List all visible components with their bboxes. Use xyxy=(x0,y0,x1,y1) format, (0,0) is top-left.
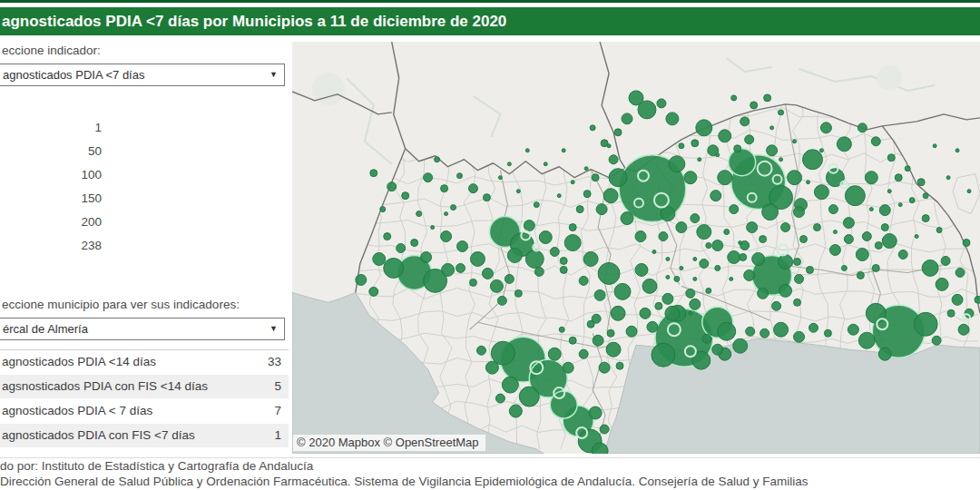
map-bubble[interactable] xyxy=(525,250,544,268)
map-bubble[interactable] xyxy=(482,268,493,279)
map-bubble[interactable] xyxy=(693,257,697,260)
map-bubble[interactable] xyxy=(652,343,675,367)
map-bubble[interactable] xyxy=(579,349,588,358)
map-bubble[interactable] xyxy=(684,172,697,184)
map-bubble[interactable] xyxy=(607,329,614,337)
map-bubble[interactable] xyxy=(607,144,611,148)
map-bubble[interactable] xyxy=(593,335,603,346)
map-bubble[interactable] xyxy=(356,274,367,285)
map-bubble[interactable] xyxy=(869,208,873,211)
map-bubble[interactable] xyxy=(652,250,656,253)
map-bubble[interactable] xyxy=(740,117,750,126)
map-bubble[interactable] xyxy=(445,212,448,216)
map-bubble[interactable] xyxy=(435,157,440,162)
map-bubble[interactable] xyxy=(833,230,837,234)
map-bubble[interactable] xyxy=(416,211,422,217)
map-bubble[interactable] xyxy=(770,126,774,130)
map-bubble[interactable] xyxy=(712,344,723,355)
map-bubble[interactable] xyxy=(569,224,576,231)
map-bubble[interactable] xyxy=(470,251,485,266)
map-bubble[interactable] xyxy=(922,260,938,276)
map-bubble[interactable] xyxy=(858,123,867,132)
map-bubble[interactable] xyxy=(589,407,602,419)
map-bubble[interactable] xyxy=(583,191,591,198)
map-bubble[interactable] xyxy=(676,222,687,233)
map-bubble[interactable] xyxy=(958,324,969,335)
map-bubble[interactable] xyxy=(719,130,731,142)
table-row[interactable]: agsnosticados PDIA con FIS <14 días 5 xyxy=(0,375,289,398)
map-bubble[interactable] xyxy=(871,137,880,146)
map-bubble[interactable] xyxy=(762,204,779,220)
map-bubble[interactable] xyxy=(616,362,623,369)
map-bubble[interactable] xyxy=(509,405,522,417)
map-bubble[interactable] xyxy=(702,334,711,343)
indicator-select[interactable]: agnosticados PDIA <7 días ▼ xyxy=(0,64,285,86)
map-bubble[interactable] xyxy=(715,265,720,270)
map-bubble[interactable] xyxy=(469,279,476,286)
map-bubble[interactable] xyxy=(370,170,377,177)
map-bubble[interactable] xyxy=(745,135,754,144)
map-bubble[interactable] xyxy=(647,321,658,332)
map-bubble[interactable] xyxy=(800,236,808,243)
map-bubble[interactable] xyxy=(564,235,581,251)
map-bubble[interactable] xyxy=(740,253,747,260)
map-bubble[interactable] xyxy=(820,122,831,133)
map-bubble[interactable] xyxy=(829,245,840,256)
map-bubble[interactable] xyxy=(380,207,386,212)
map-bubble[interactable] xyxy=(666,257,670,260)
map-bubble[interactable] xyxy=(747,222,758,233)
map-bubble[interactable] xyxy=(622,113,632,124)
map-bubble[interactable] xyxy=(661,207,675,221)
map-bubble[interactable] xyxy=(710,191,721,201)
map-bubble[interactable] xyxy=(560,266,567,273)
map-bubble[interactable] xyxy=(498,176,502,180)
table-row[interactable]: agnosticados PDIA con FIS <7 días 1 xyxy=(0,424,289,447)
map-bubble[interactable] xyxy=(967,190,971,193)
map-bubble[interactable] xyxy=(539,231,552,244)
map-bubble[interactable] xyxy=(837,137,851,152)
map-bubble[interactable] xyxy=(603,189,618,203)
map-bubble[interactable] xyxy=(599,362,610,373)
map-bubble[interactable] xyxy=(559,327,564,332)
map-bubble[interactable] xyxy=(442,263,455,276)
map-bubble[interactable] xyxy=(550,248,559,257)
map-bubble[interactable] xyxy=(857,271,864,279)
map-bubble[interactable] xyxy=(794,331,805,342)
map-bubble[interactable] xyxy=(952,294,963,305)
map-bubble[interactable] xyxy=(730,205,739,214)
map-bubble[interactable] xyxy=(947,309,955,317)
map-bubble[interactable] xyxy=(502,377,518,393)
map-bubble[interactable] xyxy=(794,258,801,265)
map-bubble[interactable] xyxy=(576,206,583,213)
map-bubble[interactable] xyxy=(856,248,868,260)
map-bubble[interactable] xyxy=(922,215,929,222)
map-bubble[interactable] xyxy=(923,193,928,199)
map-bubble[interactable] xyxy=(457,241,468,252)
map-bubble[interactable] xyxy=(609,169,627,187)
map-bubble[interactable] xyxy=(760,236,767,243)
municipality-select[interactable]: ércal de Almería ▼ xyxy=(0,318,285,340)
map-bubble[interactable] xyxy=(451,205,456,211)
map-bubble[interactable] xyxy=(691,140,699,147)
map-bubble[interactable] xyxy=(788,171,802,185)
map-bubble[interactable] xyxy=(807,181,810,184)
map-bubble[interactable] xyxy=(690,299,701,309)
map-bubble[interactable] xyxy=(421,251,432,262)
map-bubble[interactable] xyxy=(819,149,823,152)
map-bubble[interactable] xyxy=(914,312,937,336)
map-bubble[interactable] xyxy=(793,140,797,143)
map-bubble[interactable] xyxy=(706,243,711,249)
map-bubble[interactable] xyxy=(895,174,902,181)
map-bubble[interactable] xyxy=(866,303,886,323)
map-bubble[interactable] xyxy=(507,248,522,262)
map-bubble[interactable] xyxy=(441,231,452,242)
map-bubble[interactable] xyxy=(779,110,784,115)
map-bubble[interactable] xyxy=(666,275,670,279)
map-bubble[interactable] xyxy=(844,235,853,244)
map-bubble[interactable] xyxy=(807,266,814,273)
map-bubble[interactable] xyxy=(905,166,910,172)
map-bubble[interactable] xyxy=(698,158,701,162)
map-bubble[interactable] xyxy=(557,194,561,198)
map-bubble[interactable] xyxy=(731,95,737,101)
map-bubble[interactable] xyxy=(497,296,506,305)
